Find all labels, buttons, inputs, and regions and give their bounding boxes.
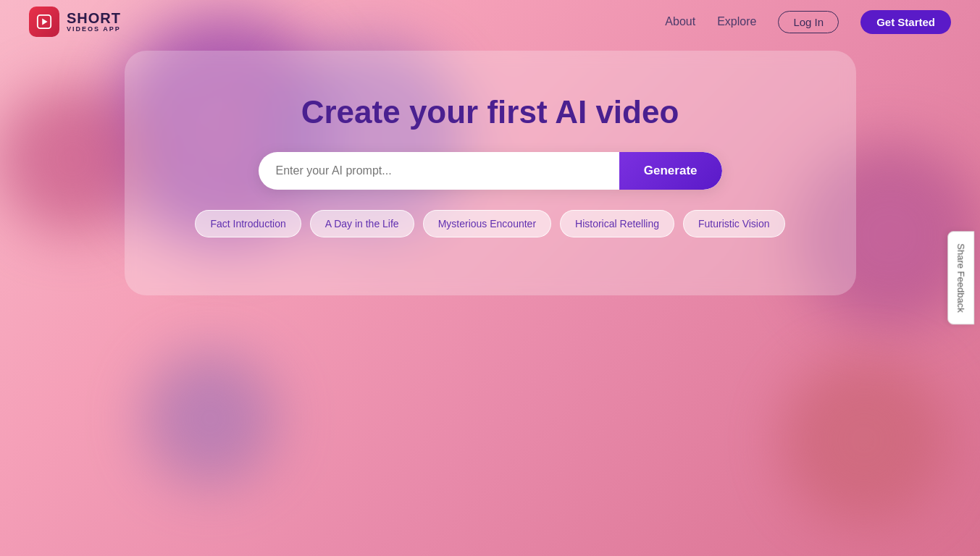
nav-explore[interactable]: Explore [717, 15, 756, 28]
main-card: Create your first AI video Generate Fact… [125, 51, 856, 295]
chips-row: Fact Introduction A Day in the Life Myst… [195, 210, 784, 237]
play-icon [36, 14, 52, 30]
nav-links: About Explore Log In Get Started [665, 10, 951, 34]
hero-title: Create your first AI video [301, 94, 679, 130]
chip-mysterious-encounter[interactable]: Mysterious Encounter [423, 210, 551, 237]
chip-historical-retelling[interactable]: Historical Retelling [560, 210, 674, 237]
blob-5 [784, 361, 944, 520]
navbar: SHORT VIDEOS APP About Explore Log In Ge… [0, 0, 980, 43]
get-started-button[interactable]: Get Started [860, 10, 951, 34]
chip-futuristic-vision[interactable]: Futuristic Vision [683, 210, 785, 237]
generate-button[interactable]: Generate [619, 152, 722, 190]
blob-3 [0, 87, 145, 232]
nav-about[interactable]: About [665, 15, 695, 28]
prompt-input[interactable] [259, 152, 619, 190]
logo-icon [29, 7, 59, 37]
blob-6 [145, 353, 275, 484]
logo[interactable]: SHORT VIDEOS APP [29, 7, 121, 37]
logo-text: SHORT VIDEOS APP [67, 10, 121, 33]
svg-marker-1 [42, 18, 47, 25]
login-button[interactable]: Log In [778, 11, 839, 33]
logo-short-label: SHORT [67, 10, 121, 26]
chip-day-in-the-life[interactable]: A Day in the Life [310, 210, 414, 237]
feedback-tab[interactable]: Share Feedback [947, 231, 974, 324]
prompt-row: Generate [259, 152, 722, 190]
logo-sub-label: VIDEOS APP [67, 26, 121, 33]
chip-fact-introduction[interactable]: Fact Introduction [195, 210, 301, 237]
